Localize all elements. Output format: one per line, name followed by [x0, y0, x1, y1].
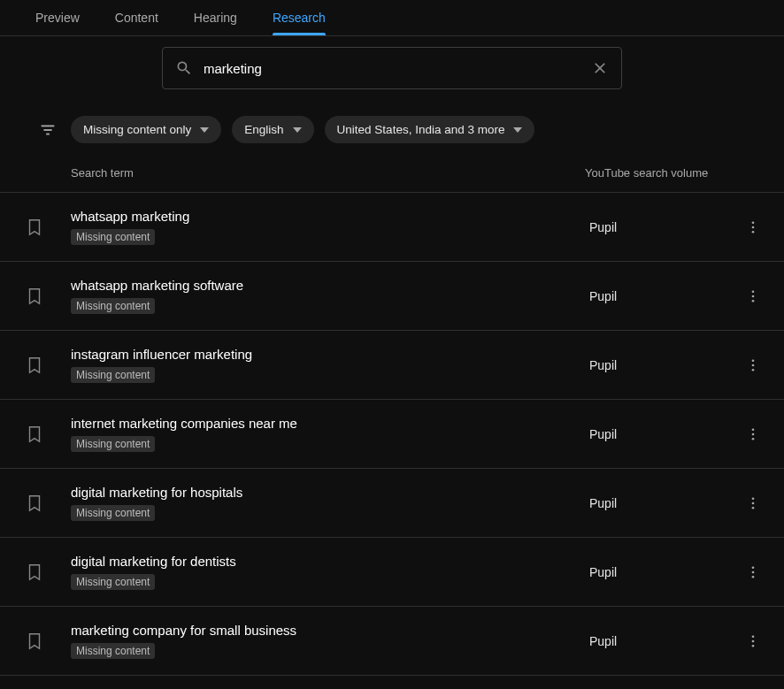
filter-bar: Missing content only English United Stat… [0, 105, 784, 157]
term-text: whatsapp marketing [71, 209, 589, 224]
chip-label: English [244, 123, 283, 136]
term-cell: internet marketing companies near me Mis… [71, 416, 589, 452]
term-cell: digital marketing for dentists Missing c… [71, 554, 589, 590]
search-icon [175, 59, 193, 77]
table-header: Search term YouTube search volume [0, 157, 784, 193]
bookmark-icon [25, 287, 44, 306]
bookmark-icon [25, 218, 44, 237]
missing-content-tag: Missing content [71, 505, 155, 521]
row-menu-button[interactable] [740, 633, 766, 649]
filter-chip-region[interactable]: United States, India and 3 more [325, 116, 535, 143]
svg-point-5 [752, 230, 755, 233]
bookmark-icon [25, 425, 44, 444]
tab-content[interactable]: Content [97, 0, 176, 35]
svg-point-11 [752, 368, 755, 371]
term-text: internet marketing companies near me [71, 416, 589, 431]
bookmark-button[interactable] [18, 356, 71, 375]
bookmark-icon [25, 563, 44, 582]
bookmark-button[interactable] [18, 563, 71, 582]
volume-cell: Pupil [589, 220, 740, 234]
volume-cell: Pupil [589, 358, 740, 372]
filter-icon[interactable] [35, 120, 60, 140]
term-text: marketing company for small business [71, 623, 589, 638]
table-row[interactable]: whatsapp marketing software Missing cont… [0, 262, 784, 331]
volume-cell: Pupil [589, 634, 740, 648]
volume-cell: Pupil [589, 289, 740, 303]
table-row[interactable]: internet marketing companies near me Mis… [0, 400, 784, 469]
search-container [0, 36, 784, 105]
svg-point-6 [752, 290, 755, 293]
filter-chip-missing[interactable]: Missing content only [71, 116, 221, 143]
svg-point-8 [752, 299, 755, 302]
more-vertical-icon [745, 219, 761, 235]
bookmark-button[interactable] [18, 425, 71, 444]
svg-point-10 [752, 364, 755, 366]
tab-hearing[interactable]: Hearing [176, 0, 255, 35]
table-row[interactable]: digital marketing for hospitals Missing … [0, 469, 784, 538]
svg-point-9 [752, 359, 755, 362]
table-row[interactable]: digital marketing for dentists Missing c… [0, 538, 784, 607]
row-menu-button[interactable] [740, 564, 766, 580]
svg-point-18 [752, 566, 755, 569]
bookmark-button[interactable] [18, 287, 71, 306]
bookmark-button[interactable] [18, 494, 71, 513]
more-vertical-icon [745, 633, 761, 649]
search-input[interactable] [204, 61, 580, 76]
more-vertical-icon [745, 495, 761, 511]
svg-point-23 [752, 644, 755, 647]
more-vertical-icon [745, 426, 761, 442]
results-list: whatsapp marketing Missing content Pupil… [0, 193, 784, 676]
volume-cell: Pupil [589, 427, 740, 441]
missing-content-tag: Missing content [71, 436, 155, 452]
chevron-down-icon [513, 126, 522, 134]
svg-point-20 [752, 575, 755, 578]
row-menu-button[interactable] [740, 219, 766, 235]
missing-content-tag: Missing content [71, 298, 155, 314]
bookmark-button[interactable] [18, 218, 71, 237]
svg-point-17 [752, 506, 755, 509]
svg-point-15 [752, 497, 755, 500]
svg-point-16 [752, 501, 755, 504]
filter-chip-language[interactable]: English [232, 116, 313, 143]
tab-research[interactable]: Research [255, 0, 343, 35]
column-header-term: Search term [71, 166, 585, 180]
svg-point-19 [752, 570, 755, 573]
more-vertical-icon [745, 357, 761, 373]
tab-label: Research [273, 11, 326, 25]
term-text: instagram influencer marketing [71, 347, 589, 362]
term-cell: whatsapp marketing software Missing cont… [71, 278, 589, 314]
row-menu-button[interactable] [740, 495, 766, 511]
svg-point-22 [752, 639, 755, 642]
svg-point-14 [752, 437, 755, 440]
clear-icon[interactable] [591, 59, 609, 77]
missing-content-tag: Missing content [71, 229, 155, 245]
bookmark-button[interactable] [18, 632, 71, 651]
more-vertical-icon [745, 288, 761, 304]
term-cell: digital marketing for hospitals Missing … [71, 485, 589, 521]
table-row[interactable]: marketing company for small business Mis… [0, 607, 784, 676]
term-cell: whatsapp marketing Missing content [71, 209, 589, 245]
row-menu-button[interactable] [740, 357, 766, 373]
chevron-down-icon [293, 126, 302, 134]
term-cell: marketing company for small business Mis… [71, 623, 589, 659]
tab-label: Content [115, 11, 158, 25]
row-menu-button[interactable] [740, 426, 766, 442]
table-row[interactable]: whatsapp marketing Missing content Pupil [0, 193, 784, 262]
term-cell: instagram influencer marketing Missing c… [71, 347, 589, 383]
chevron-down-icon [200, 126, 209, 134]
svg-point-12 [752, 428, 755, 431]
svg-point-4 [752, 226, 755, 228]
bookmark-icon [25, 494, 44, 513]
bookmark-icon [25, 632, 44, 651]
more-vertical-icon [745, 564, 761, 580]
svg-point-7 [752, 295, 755, 297]
chip-label: Missing content only [83, 123, 191, 136]
table-row[interactable]: instagram influencer marketing Missing c… [0, 331, 784, 400]
svg-point-21 [752, 635, 755, 638]
svg-point-13 [752, 433, 755, 435]
tab-preview[interactable]: Preview [18, 0, 97, 35]
row-menu-button[interactable] [740, 288, 766, 304]
chip-label: United States, India and 3 more [337, 123, 505, 136]
missing-content-tag: Missing content [71, 643, 155, 659]
missing-content-tag: Missing content [71, 574, 155, 590]
